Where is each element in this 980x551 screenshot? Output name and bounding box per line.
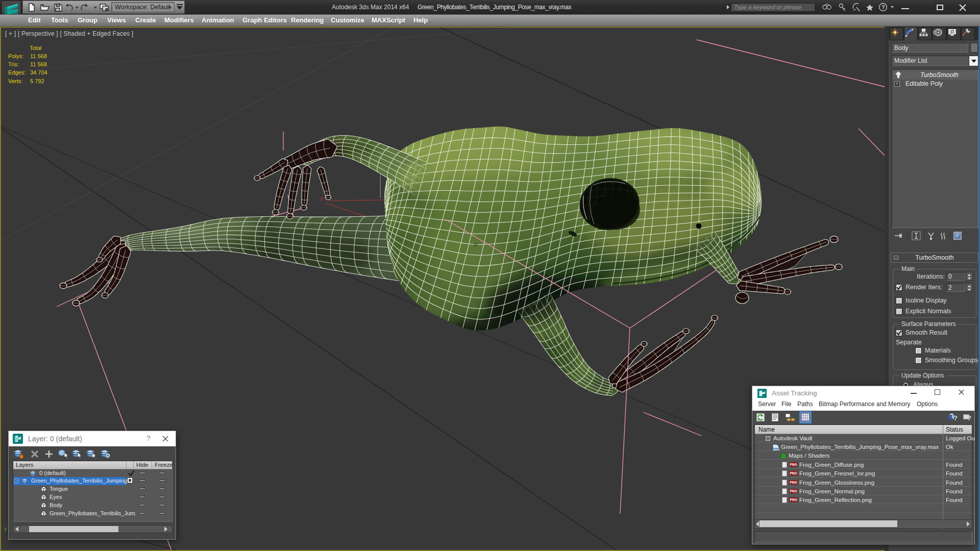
svg-text:?: ? bbox=[953, 414, 958, 422]
svg-text:?: ? bbox=[881, 4, 885, 10]
svg-text:y: y bbox=[321, 195, 324, 201]
svg-text:y: y bbox=[4, 525, 7, 532]
svg-text:MAX: MAX bbox=[773, 448, 779, 451]
svg-text:?: ? bbox=[967, 414, 971, 422]
